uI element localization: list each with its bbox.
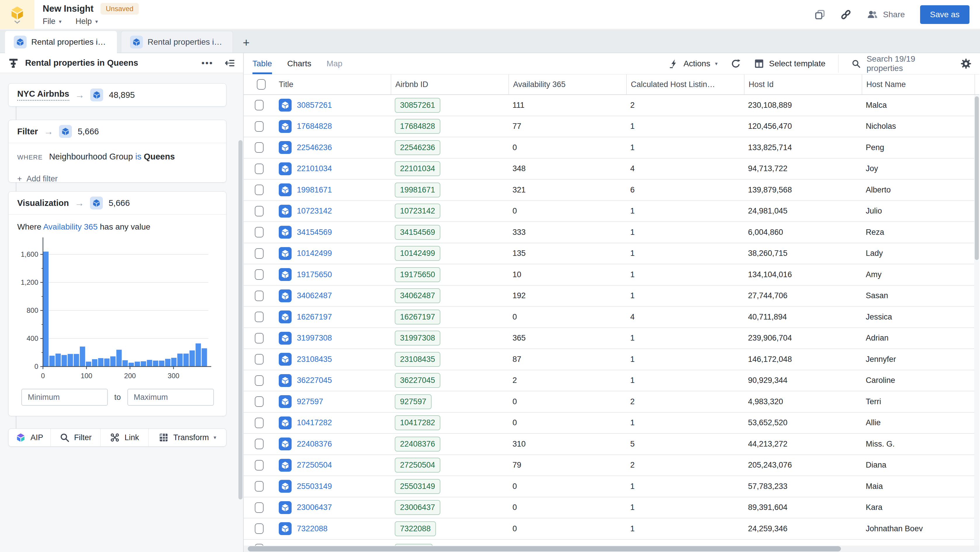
sidebar-scrollbar[interactable]	[239, 140, 242, 500]
row-checkbox[interactable]	[255, 439, 264, 449]
row-checkbox[interactable]	[255, 269, 264, 280]
row-checkbox[interactable]	[255, 418, 264, 428]
row-airbnb-badge[interactable]: 22408376	[395, 437, 440, 452]
visualization-node-card[interactable]: Visualization → 5,666 Where Availability…	[8, 191, 226, 416]
row-airbnb-badge[interactable]: 19981671	[395, 182, 440, 197]
row-title-link[interactable]: 927597	[297, 397, 323, 406]
row-checkbox[interactable]	[255, 460, 264, 471]
row-airbnb-badge[interactable]: 10142499	[395, 246, 440, 261]
row-airbnb-badge[interactable]: 17684828	[395, 119, 440, 134]
table-row[interactable]: 31997308 31997308 365 1 239,906,704 Adri…	[244, 328, 979, 349]
row-title-link[interactable]: 17684828	[297, 122, 332, 131]
row-airbnb-badge[interactable]: 34154569	[395, 225, 440, 240]
row-title-link[interactable]: 30857261	[297, 101, 332, 110]
select-all-checkbox[interactable]	[257, 79, 266, 90]
row-checkbox[interactable]	[255, 375, 264, 386]
availability-histogram[interactable]: 04008001,2001,6000100200300	[8, 232, 226, 386]
table-row[interactable]: 34062487 34062487 192 1 27,744,706 Sasan	[244, 286, 979, 307]
row-title-link[interactable]: 22546236	[297, 143, 332, 152]
app-logo[interactable]	[0, 0, 35, 29]
column-header-calculated-host-listings[interactable]: Calculated Host Listin…	[626, 75, 744, 94]
table-row[interactable]: 22546236 22546236 0 1 133,825,714 Peng	[244, 137, 979, 159]
table-row[interactable]: 10723142 10723142 0 1 24,981,045 Julio	[244, 201, 979, 222]
row-checkbox[interactable]	[255, 290, 264, 301]
column-header-host-name[interactable]: Host Name	[862, 75, 974, 94]
table-row[interactable]: 34154569 34154569 333 1 6,004,860 Reza	[244, 222, 979, 243]
row-airbnb-badge[interactable]: 19175650	[395, 267, 440, 282]
maximum-input[interactable]	[127, 389, 214, 406]
row-checkbox[interactable]	[255, 502, 264, 513]
row-airbnb-badge[interactable]: 10417282	[395, 415, 440, 430]
add-tab-button[interactable]: +	[243, 37, 250, 49]
row-checkbox[interactable]	[255, 397, 264, 407]
add-filter-button[interactable]: + Add filter	[8, 162, 226, 192]
table-row[interactable]: 19981671 19981671 321 6 139,879,568 Albe…	[244, 179, 979, 201]
row-title-link[interactable]: 22101034	[297, 164, 332, 173]
row-airbnb-badge[interactable]: 7322088	[395, 521, 436, 536]
filter-expression[interactable]: Neighbourhood Group is Queens	[49, 152, 175, 162]
row-airbnb-badge[interactable]: 27250504	[395, 458, 440, 473]
row-title-link[interactable]: 34154569	[297, 228, 332, 237]
table-row[interactable]: 23006437 23006437 0 1 89,391,604 Kara	[244, 497, 979, 519]
table-row[interactable]: 30857261 30857261 111 2 230,108,889 Malc…	[244, 95, 979, 116]
row-airbnb-badge[interactable]: 23108435	[395, 352, 440, 367]
row-checkbox[interactable]	[255, 227, 264, 238]
vertical-scrollbar-thumb[interactable]	[975, 97, 979, 260]
column-header-host-id[interactable]: Host Id	[744, 75, 862, 94]
row-title-link[interactable]: 7322088	[297, 524, 328, 533]
row-title-link[interactable]: 10142499	[297, 249, 332, 258]
row-airbnb-badge[interactable]: 23006437	[395, 500, 440, 515]
table-row[interactable]: 17684828 17684828 77 1 120,456,470 Nicho…	[244, 116, 979, 138]
row-title-link[interactable]: 19175650	[297, 270, 332, 279]
row-title-link[interactable]: 19981671	[297, 186, 332, 195]
column-header-title[interactable]: Title	[275, 75, 391, 94]
row-airbnb-badge[interactable]: 25503149	[395, 479, 440, 494]
tab-rental-properties-queens[interactable]: Rental properties in Que…	[5, 31, 117, 53]
row-checkbox[interactable]	[255, 354, 264, 365]
row-airbnb-badge[interactable]: 927597	[395, 394, 431, 409]
column-header-airbnb-id[interactable]: Airbnb ID	[391, 75, 508, 94]
row-checkbox[interactable]	[255, 100, 264, 110]
row-airbnb-badge[interactable]: 31997308	[395, 331, 440, 346]
actions-button[interactable]: Actions ▾	[669, 59, 718, 69]
row-airbnb-badge[interactable]: 30857261	[395, 98, 440, 113]
row-title-link[interactable]: 23108435	[297, 355, 332, 364]
table-row[interactable]: 25503149 25503149 0 1 57,783,233 Maia	[244, 476, 979, 497]
minimum-input[interactable]	[21, 389, 108, 406]
table-row[interactable]: 22408376 22408376 310 5 44,213,272 Miss.…	[244, 434, 979, 455]
row-airbnb-badge[interactable]: 22546236	[395, 140, 440, 155]
row-checkbox[interactable]	[255, 312, 264, 322]
file-menu[interactable]: File ▾	[43, 17, 62, 26]
row-checkbox[interactable]	[255, 142, 264, 153]
availability-field-link[interactable]: Availability 365	[43, 222, 98, 231]
row-title-link[interactable]: 34062487	[297, 291, 332, 300]
row-title-link[interactable]: 10417282	[297, 418, 332, 427]
duplicate-button[interactable]	[815, 10, 825, 20]
row-checkbox[interactable]	[255, 185, 264, 195]
table-row[interactable]: 16267197 16267197 0 4 40,711,894 Jessica	[244, 307, 979, 328]
table-row[interactable]: 19175650 19175650 10 1 134,104,016 Amy	[244, 264, 979, 286]
horizontal-scrollbar-thumb[interactable]	[248, 546, 841, 551]
row-airbnb-badge[interactable]: 36227045	[395, 373, 440, 388]
row-airbnb-badge[interactable]: 22101034	[395, 161, 440, 176]
row-checkbox[interactable]	[255, 248, 264, 259]
row-airbnb-badge[interactable]: 16267197	[395, 309, 440, 325]
row-checkbox[interactable]	[255, 206, 264, 216]
row-title-link[interactable]: 23006437	[297, 503, 332, 512]
search-properties-input[interactable]: Search 19/19 properties	[851, 54, 948, 73]
help-menu[interactable]: Help ▾	[76, 17, 98, 26]
row-title-link[interactable]: 27250504	[297, 461, 332, 470]
transform-tool-button[interactable]: Transform ▾	[149, 429, 226, 446]
row-title-link[interactable]: 25503149	[297, 482, 332, 491]
row-title-link[interactable]: 22408376	[297, 439, 332, 449]
more-options-button[interactable]: •••	[201, 58, 213, 68]
table-row[interactable]: 23108435 23108435 87 1 146,172,048 Jenny…	[244, 349, 979, 370]
row-checkbox[interactable]	[255, 163, 264, 174]
share-button[interactable]: Share	[867, 10, 905, 20]
horizontal-scrollbar[interactable]	[244, 546, 979, 552]
row-airbnb-badge[interactable]: 10723142	[395, 203, 440, 219]
row-title-link[interactable]: 16267197	[297, 312, 332, 322]
row-checkbox[interactable]	[255, 481, 264, 492]
view-tab-map[interactable]: Map	[326, 53, 342, 74]
view-tab-table[interactable]: Table	[253, 53, 272, 74]
